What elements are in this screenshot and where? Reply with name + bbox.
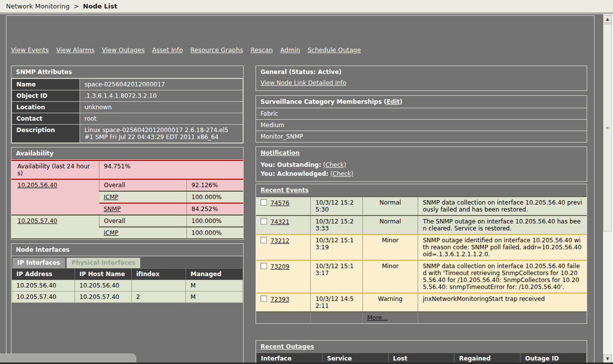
availability-title: Availability [11, 147, 243, 160]
availability-summary-label: Availability (last 24 hours) [11, 160, 99, 179]
table-row: Contact root [12, 113, 243, 125]
breadcrumb-separator: > [74, 2, 79, 10]
asset-info-link[interactable]: Asset Info [152, 46, 183, 54]
scrollbar-thumb[interactable]: ≡ [603, 24, 612, 231]
table-row: Name space-0256042012000017 [12, 79, 243, 90]
interface-address-link[interactable]: 10.205.56.40 [17, 182, 57, 189]
empty-cell [418, 312, 587, 323]
rescan-link[interactable]: Rescan [251, 46, 273, 54]
event-message: SNMP data collection on interface 10.205… [418, 260, 587, 293]
ip-interfaces-table: IP Address IP Host Name ifIndex Managed … [11, 268, 243, 303]
resource-graphs-link[interactable]: Resource Graphs [190, 46, 243, 54]
recent-events-table: 74576 10/3/12 15:25:30 Normal SNMP data … [256, 196, 587, 323]
event-severity: Warning [362, 293, 418, 312]
view-events-link[interactable]: View Events [11, 46, 49, 54]
scroll-up-button[interactable]: ▲ [603, 15, 612, 23]
availability-panel: Availability Availability (last 24 hours… [11, 147, 244, 240]
vertical-scrollbar[interactable]: ▲ ≡ ▼ [603, 14, 612, 364]
attr-value: space-0256042012000017 [80, 79, 243, 90]
service-availability: 92.126% [187, 179, 244, 191]
event-id-link[interactable]: 74576 [270, 200, 289, 207]
scroll-up-icon: ▲ [606, 17, 609, 21]
acknowledged-line: You: Acknowledged: (Check) [256, 169, 587, 178]
snmp-attributes-title: SNMP Attributes [11, 66, 243, 78]
node-action-links: View Events View Alarms View Outages Ass… [11, 46, 361, 54]
general-panel: General (Status: Active) View Node Link … [256, 66, 587, 91]
more-events-link[interactable]: More... [367, 314, 388, 321]
acknowledged-label: You: Acknowledged: [261, 170, 329, 177]
event-time: 10/3/12 15:13:19 [311, 234, 362, 260]
notification-title-link[interactable]: Notification [261, 149, 300, 156]
view-node-link-detailed-info-link[interactable]: View Node Link Detailed Info [261, 79, 347, 86]
attr-value: Linux space-0256042012000017 2.6.18-274.… [80, 125, 243, 143]
attr-label: Contact [12, 113, 80, 125]
table-row: 10.205.56.40 10.205.56.40 M [12, 280, 243, 291]
event-checkbox[interactable] [261, 199, 267, 206]
service-link[interactable]: SNMP [104, 206, 121, 213]
breadcrumb-section[interactable]: Network Monitoring [6, 2, 70, 10]
more-cell: More... [362, 312, 418, 323]
category-item: Fabric [256, 108, 587, 119]
service-availability: 100.000% [187, 191, 244, 203]
event-id-link[interactable]: 73209 [270, 263, 289, 270]
column-header: IP Address [12, 269, 75, 280]
interface-address-link[interactable]: 10.205.57.40 [17, 218, 57, 224]
service-name-cell: SNMP [99, 203, 187, 215]
event-message: SNMP outage identified on interface 10.2… [418, 234, 587, 260]
interface-address-cell: 10.205.56.40 [11, 179, 99, 215]
table-header-row: IP Address IP Host Name ifIndex Managed [12, 269, 243, 280]
scroll-down-button[interactable]: ▼ [603, 355, 612, 363]
node-interfaces-title: Node Interfaces [11, 244, 243, 256]
category-item: Medium [256, 119, 587, 131]
attr-label: Location [12, 102, 80, 113]
event-time: 10/3/12 15:23:33 [311, 216, 362, 234]
general-title: General (Status: Active) [256, 66, 587, 78]
outstanding-check-link[interactable]: (Check) [323, 161, 346, 168]
view-outages-link[interactable]: View Outages [102, 46, 145, 54]
availability-summary-row: Availability (last 24 hours) 94.751% [11, 160, 243, 179]
tab-physical-interfaces[interactable]: Physical Interfaces [67, 258, 140, 268]
content-top-border [0, 12, 613, 14]
table-row: 10.205.57.40 Overall 100.000% [11, 215, 243, 227]
breadcrumb-page: Node List [83, 2, 117, 10]
tab-ip-interfaces[interactable]: IP Interfaces [12, 258, 65, 268]
event-id-cell: 73209 [256, 260, 311, 293]
ifindex: 2 [131, 291, 185, 303]
schedule-outage-link[interactable]: Schedule Outage [308, 46, 361, 54]
service-link[interactable]: ICMP [104, 194, 119, 201]
acknowledged-check-link[interactable]: (Check) [330, 170, 353, 177]
admin-link[interactable]: Admin [280, 46, 300, 54]
event-message: The SNMP outage on interface 10.205.56.4… [418, 216, 587, 234]
surveillance-edit-link[interactable]: Edit [386, 98, 400, 105]
service-name: Overall [99, 215, 187, 227]
attr-label: Description [12, 125, 80, 143]
event-time: 10/3/12 15:13:17 [311, 260, 362, 293]
interface-address-cell: 10.205.57.40 [11, 215, 99, 239]
service-link[interactable]: ICMP [104, 229, 119, 236]
event-message: SNMP data collection on interface 10.205… [418, 197, 587, 216]
node-detail-page: Network Monitoring > Node List View Even… [0, 0, 613, 364]
event-message: jnxNetworkMonitoringStart trap received [418, 293, 587, 312]
outstanding-line: You: Outstanding: (Check) [256, 160, 587, 169]
table-row: 10.205.57.40 10.205.57.40 2 M [12, 291, 243, 303]
event-checkbox[interactable] [261, 237, 267, 243]
event-checkbox[interactable] [261, 263, 267, 269]
service-availability: 84.252% [187, 203, 244, 215]
service-name-cell: ICMP [99, 191, 187, 203]
recent-events-title-link[interactable]: Recent Events [261, 187, 309, 194]
notification-panel: Notification You: Outstanding: (Check) Y… [256, 146, 587, 182]
event-id-link[interactable]: 72393 [270, 296, 289, 303]
event-severity: Normal [362, 216, 418, 234]
outstanding-label: You: Outstanding: [261, 161, 321, 168]
event-id-link[interactable]: 73212 [270, 237, 289, 244]
event-row: 72393 10/3/12 14:52:11 Warning jnxNetwor… [256, 293, 587, 312]
event-checkbox[interactable] [261, 295, 267, 302]
event-time: 10/3/12 14:52:11 [311, 293, 362, 312]
event-row: 74576 10/3/12 15:25:30 Normal SNMP data … [256, 197, 587, 216]
recent-outages-title-link[interactable]: Recent Outages [261, 343, 314, 350]
view-alarms-link[interactable]: View Alarms [56, 46, 94, 54]
scrollbar-grip-icon: ≡ [606, 125, 610, 131]
snmp-attributes-table: Name space-0256042012000017 Object ID .1… [11, 78, 243, 143]
event-id-link[interactable]: 74321 [270, 218, 289, 225]
event-checkbox[interactable] [261, 218, 267, 224]
